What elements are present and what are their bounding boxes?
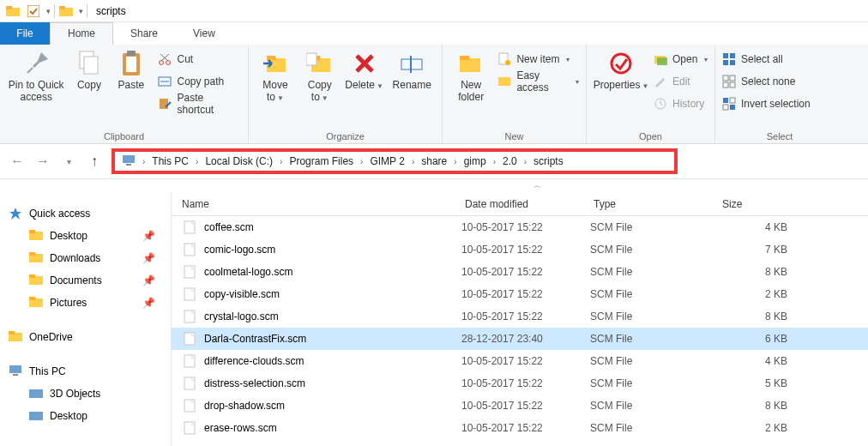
qat-dropdown-icon[interactable]: ▾ [46, 7, 51, 15]
copy-button[interactable]: Copy [70, 48, 107, 91]
chevron-right-icon[interactable]: › [192, 157, 202, 166]
group-clipboard: Pin to Quick access Copy Paste Cut [0, 45, 249, 143]
new-item-button[interactable]: New item▾ [497, 50, 579, 69]
open-button[interactable]: Open▾ [654, 50, 708, 69]
delete-button[interactable]: Delete▼ [345, 48, 384, 93]
svg-rect-55 [29, 297, 35, 300]
chevron-right-icon[interactable]: › [450, 157, 460, 166]
col-name[interactable]: Name [172, 198, 455, 210]
crumb[interactable]: GIMP 2 [370, 155, 404, 167]
edit-button[interactable]: Edit [654, 72, 708, 91]
column-headers[interactable]: Name Date modified Type Size [172, 192, 868, 216]
file-icon [184, 332, 197, 346]
star-icon [9, 207, 22, 220]
svg-rect-35 [730, 53, 735, 58]
copy-path-icon [158, 75, 172, 88]
checkbox-icon[interactable] [26, 3, 41, 19]
new-folder-button[interactable]: New folder [449, 48, 492, 103]
file-row[interactable]: coolmetal-logo.scm10-05-2017 15:22SCM Fi… [172, 261, 868, 283]
quick-access[interactable]: Quick access [0, 202, 171, 225]
sidebar-item[interactable]: Pictures📌 [0, 292, 171, 314]
sidebar-item[interactable]: Desktop📌 [0, 225, 171, 247]
breadcrumb[interactable]: › This PC › Local Disk (C:) › Program Fi… [112, 148, 678, 174]
col-size[interactable]: Size [712, 198, 815, 210]
select-none-button[interactable]: Select none [722, 72, 811, 91]
copy-to-button[interactable]: Copy to▼ [300, 48, 340, 105]
easy-access-icon [497, 75, 511, 88]
file-icon [184, 399, 197, 413]
chevron-right-icon[interactable]: › [276, 157, 286, 166]
svg-rect-17 [160, 99, 168, 109]
crumb[interactable]: share [421, 155, 447, 167]
chevron-right-icon[interactable]: › [408, 157, 418, 166]
folder-icon [29, 387, 43, 401]
forward-button[interactable]: → [34, 154, 51, 169]
svg-rect-19 [267, 56, 275, 60]
nav-pane: Quick access Desktop📌Downloads📌Documents… [0, 192, 172, 446]
col-date[interactable]: Date modified [455, 198, 583, 210]
file-tab[interactable]: File [0, 22, 50, 45]
crumb[interactable]: 2.0 [503, 155, 517, 167]
collapse-toggle[interactable]: ︿ [0, 178, 868, 192]
sidebar-item[interactable]: 3D Objects [0, 383, 171, 405]
svg-rect-10 [127, 51, 136, 56]
rename-button[interactable]: Rename [389, 48, 435, 91]
file-row[interactable]: copy-visible.scm10-05-2017 15:22SCM File… [172, 283, 868, 305]
file-row[interactable]: difference-clouds.scm10-05-2017 15:22SCM… [172, 350, 868, 372]
svg-point-30 [612, 54, 630, 73]
properties-button[interactable]: Properties▼ [594, 48, 648, 93]
sidebar-item[interactable]: Documents📌 [0, 269, 171, 292]
easy-access-button[interactable]: Easy access▾ [497, 72, 579, 91]
file-row[interactable]: comic-logo.scm10-05-2017 15:22SCM File7 … [172, 238, 868, 261]
sidebar-item[interactable]: Downloads📌 [0, 247, 171, 269]
file-row[interactable]: distress-selection.scm10-05-2017 15:22SC… [172, 372, 868, 395]
paste-shortcut-button[interactable]: Paste shortcut [158, 94, 241, 113]
file-name: distress-selection.scm [204, 377, 461, 389]
sidebar-item[interactable]: Desktop [0, 405, 171, 427]
onedrive[interactable]: OneDrive [0, 326, 171, 348]
title-bar: ▾ ▾ scripts [0, 0, 868, 22]
qat-dropdown-icon[interactable]: ▾ [79, 7, 83, 15]
view-tab[interactable]: View [176, 22, 233, 45]
file-row[interactable]: erase-rows.scm10-05-2017 15:22SCM File2 … [172, 417, 868, 439]
file-row[interactable]: crystal-logo.scm10-05-2017 15:22SCM File… [172, 305, 868, 328]
col-type[interactable]: Type [583, 198, 712, 210]
this-pc[interactable]: This PC [0, 360, 171, 383]
select-all-button[interactable]: Select all [722, 50, 811, 69]
invert-selection-button[interactable]: Invert selection [722, 94, 811, 113]
svg-line-5 [27, 68, 33, 73]
move-to-button[interactable]: Move to▼ [256, 48, 295, 105]
crumb[interactable]: Program Files [289, 155, 353, 167]
crumb[interactable]: Local Disk (C:) [205, 155, 273, 167]
file-row[interactable]: coffee.scm10-05-2017 15:22SCM File4 KB [172, 216, 868, 238]
svg-rect-63 [184, 244, 195, 256]
file-row[interactable]: Darla-ContrastFix.scm28-12-2017 23:40SCM… [172, 328, 868, 350]
chevron-right-icon[interactable]: › [357, 157, 366, 166]
file-type: SCM File [590, 355, 719, 367]
back-button[interactable]: ← [9, 154, 26, 169]
copy-path-button[interactable]: Copy path [158, 72, 241, 91]
crumb[interactable]: gimp [464, 155, 486, 167]
paste-icon [118, 50, 145, 77]
chevron-right-icon[interactable]: › [139, 157, 148, 166]
paste-button[interactable]: Paste [112, 48, 149, 91]
crumb[interactable]: scripts [533, 155, 564, 167]
file-size: 4 KB [719, 355, 805, 367]
file-row[interactable]: drop-shadow.scm10-05-2017 15:22SCM File8… [172, 395, 868, 417]
chevron-right-icon[interactable]: › [490, 157, 499, 166]
cut-button[interactable]: Cut [158, 50, 241, 69]
share-tab[interactable]: Share [113, 22, 176, 45]
recent-dropdown[interactable]: ▾ [60, 157, 77, 166]
history-button[interactable]: History [654, 94, 708, 113]
group-open: Properties▼ Open▾ Edit History Open [587, 45, 715, 143]
up-button[interactable]: ↑ [86, 154, 103, 169]
file-type: SCM File [590, 244, 719, 256]
home-tab[interactable]: Home [50, 22, 113, 45]
svg-rect-1 [6, 6, 12, 9]
svg-rect-68 [184, 355, 195, 367]
folder-icon [29, 409, 43, 423]
crumb[interactable]: This PC [152, 155, 189, 167]
pin-quick-access-button[interactable]: Pin to Quick access [7, 48, 65, 103]
svg-rect-51 [29, 252, 35, 256]
chevron-right-icon[interactable]: › [521, 157, 530, 166]
